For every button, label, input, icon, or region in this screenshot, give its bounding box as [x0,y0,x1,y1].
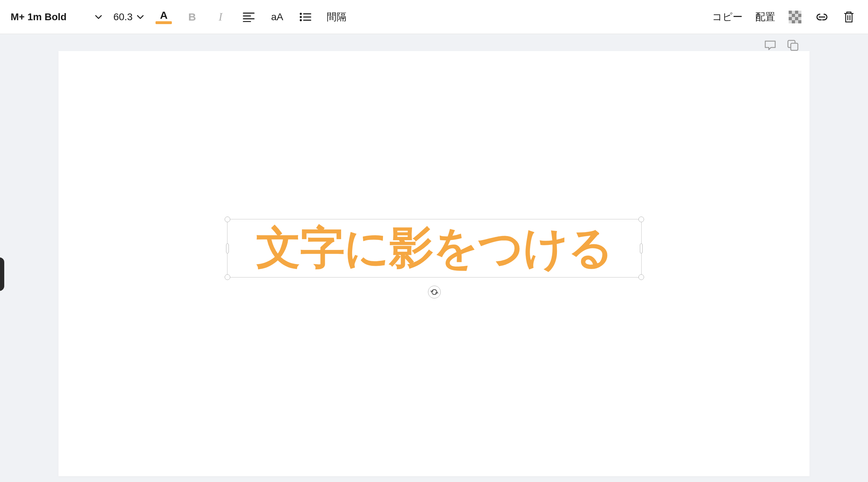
spacing-button[interactable]: 間隔 [325,8,348,26]
text-toolbar: M+ 1m Bold 60.3 A B I [0,0,868,34]
list-button[interactable] [297,9,314,26]
svg-rect-25 [795,20,798,23]
text-color-swatch [156,21,172,24]
text-content[interactable]: 文字に影をつける [227,219,642,278]
italic-button[interactable]: I [212,9,229,26]
trash-icon [843,11,855,23]
case-button[interactable]: aA [269,9,286,26]
transparency-button[interactable] [787,9,804,26]
font-size-value: 60.3 [113,11,133,23]
side-panel-tab[interactable] [0,257,4,291]
rotate-handle[interactable] [428,286,441,298]
svg-rect-21 [795,14,798,17]
spacing-label: 間隔 [327,11,346,22]
rotate-icon [430,288,438,296]
bold-button[interactable]: B [184,9,201,26]
svg-rect-18 [792,11,795,14]
italic-label: I [219,10,222,23]
font-name-label: M+ 1m Bold [11,11,67,23]
copy-label: コピー [712,11,743,22]
chevron-down-icon [137,13,144,21]
copy-button[interactable]: コピー [711,8,744,26]
svg-rect-14 [789,17,792,20]
svg-point-8 [300,19,302,21]
svg-rect-11 [795,11,798,14]
link-button[interactable] [813,9,830,26]
toolbar-left-group: M+ 1m Bold 60.3 A B I [11,8,348,26]
link-icon [815,13,829,21]
text-element[interactable]: 文字に影をつける [227,219,642,278]
transparency-icon [789,11,801,23]
case-label: aA [271,11,283,23]
canvas-area: 文字に影をつける [0,34,868,482]
bold-label: B [188,11,196,23]
svg-rect-17 [798,20,801,23]
align-left-icon [243,12,255,22]
chevron-down-icon [95,13,102,21]
svg-rect-27 [791,43,798,50]
svg-rect-13 [798,14,801,17]
text-align-button[interactable] [240,9,257,26]
svg-rect-16 [792,20,795,23]
font-size-selector[interactable]: 60.3 [113,11,144,23]
position-button[interactable]: 配置 [754,8,777,26]
delete-button[interactable] [840,9,857,26]
text-color-button[interactable]: A [155,10,172,24]
text-color-letter: A [160,10,168,21]
svg-rect-15 [795,17,798,20]
svg-rect-19 [798,11,801,14]
svg-rect-10 [789,11,792,14]
font-family-selector[interactable]: M+ 1m Bold [11,11,102,23]
comment-icon [764,40,777,51]
svg-rect-20 [789,14,792,17]
position-label: 配置 [755,11,775,22]
svg-point-6 [300,16,302,18]
svg-point-4 [300,13,302,15]
list-icon [299,12,311,22]
design-canvas[interactable]: 文字に影をつける [58,51,810,476]
svg-rect-24 [789,20,792,23]
svg-rect-22 [792,17,795,20]
duplicate-icon [787,39,799,51]
svg-rect-23 [798,17,801,20]
toolbar-right-group: コピー 配置 [711,8,857,26]
svg-rect-12 [792,14,795,17]
